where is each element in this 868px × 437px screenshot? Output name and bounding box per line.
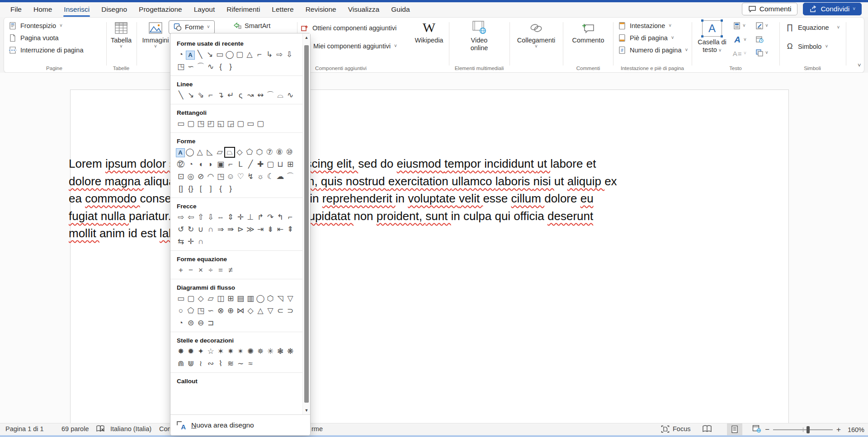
tab-visualizza[interactable]: Visualizza — [342, 2, 386, 17]
immagini-button[interactable]: Immagini ˅ — [140, 21, 171, 49]
shape-item[interactable]: ≀ — [196, 359, 206, 369]
shape-item[interactable]: ∽ — [206, 306, 216, 316]
zoom-out-button[interactable]: − — [765, 425, 769, 434]
shape-item[interactable]: ◱ — [216, 119, 226, 129]
shape-item[interactable]: ⇧ — [196, 212, 206, 222]
shape-item[interactable]: ⑫ — [176, 160, 186, 169]
focus-mode-icon[interactable] — [661, 425, 670, 434]
scroll-down-icon[interactable]: ▼ — [303, 408, 310, 413]
shape-item[interactable]: ╱ — [245, 160, 255, 169]
shape-item[interactable]: ⊐ — [206, 318, 216, 328]
shape-item[interactable]: ☺ — [226, 172, 236, 182]
shape-item[interactable]: ✛ — [236, 212, 245, 222]
forme-button[interactable]: Forme ˅ — [169, 20, 215, 34]
proofing-errors-icon[interactable] — [96, 425, 105, 434]
shape-item[interactable]: ✶ — [216, 347, 226, 357]
shape-item[interactable]: ∽ — [186, 62, 196, 72]
shape-item[interactable]: △ — [255, 306, 265, 316]
shape-item[interactable]: ▣ — [216, 160, 226, 169]
shape-item[interactable]: ] — [206, 184, 216, 194]
shape-item[interactable]: ⇩ — [284, 50, 294, 60]
shape-item[interactable]: ▤ — [236, 294, 245, 304]
shape-item[interactable]: ▢ — [186, 119, 196, 129]
read-mode-view-icon[interactable] — [702, 425, 712, 434]
shape-item[interactable]: { — [216, 184, 226, 194]
shape-item[interactable]: ⬠ — [245, 147, 255, 157]
shape-item[interactable]: ⇨ — [274, 50, 284, 60]
casella-di-testo-button[interactable]: A Casella ditesto ˅ — [694, 20, 730, 54]
tab-home[interactable]: Home — [28, 2, 58, 17]
shape-item[interactable]: ◫ — [216, 294, 226, 304]
shape-item[interactable]: ✹ — [186, 347, 196, 357]
shape-item[interactable]: ⌒ — [265, 90, 275, 100]
shape-item[interactable]: ⊂ — [275, 306, 285, 316]
shape-item[interactable]: ⌐ — [285, 212, 295, 222]
shape-item[interactable]: ✺ — [245, 347, 255, 357]
shape-item[interactable]: ▽ — [265, 306, 275, 316]
shape-item[interactable]: ✴ — [236, 347, 245, 357]
shape-item[interactable]: ⇔ — [216, 212, 226, 222]
shape-item[interactable]: ▥ — [245, 294, 255, 304]
oggetto-button[interactable]: ˅ — [755, 49, 768, 57]
shape-item[interactable]: A — [186, 51, 195, 60]
shape-item[interactable]: ▭ — [176, 119, 186, 129]
shape-item[interactable]: ❋ — [285, 347, 295, 357]
collapse-ribbon-chevron-icon[interactable]: ˅ — [858, 62, 861, 69]
shape-item[interactable]: ⬠ — [186, 306, 196, 316]
shape-item[interactable]: ∩ — [196, 237, 206, 247]
shape-item[interactable]: ⌇ — [216, 359, 226, 369]
shape-item[interactable]: ↴ — [216, 90, 226, 100]
shape-item[interactable]: ⌐ — [255, 50, 264, 60]
shape-item[interactable]: ▢ — [186, 294, 196, 304]
shape-item[interactable]: ◳ — [196, 119, 206, 129]
shape-item[interactable]: ◔ — [176, 50, 186, 60]
shape-item[interactable]: ◯ — [225, 50, 235, 60]
shape-item[interactable]: ς — [236, 90, 245, 100]
shape-item[interactable]: ⊖ — [196, 318, 206, 328]
shape-item[interactable]: ⌐ — [226, 160, 236, 169]
shape-item[interactable]: ⌒ — [285, 172, 295, 182]
shape-item[interactable]: ✦ — [196, 347, 206, 357]
shape-item[interactable]: ⇕ — [226, 212, 236, 222]
parti-rapide-button[interactable]: ˅ — [733, 22, 745, 30]
shape-item[interactable]: ⊥ — [245, 212, 255, 222]
shape-item[interactable]: ◹ — [275, 294, 285, 304]
shape-item[interactable]: { — [216, 62, 226, 72]
shape-item[interactable]: ⋓ — [186, 359, 196, 369]
shape-item[interactable]: △ — [245, 50, 255, 60]
tabella-button[interactable]: Tabella ˅ — [109, 21, 133, 49]
shape-item[interactable]: ◯ — [185, 147, 195, 157]
shape-item[interactable]: ◔ — [186, 160, 196, 169]
shape-item[interactable]: ◔ — [176, 318, 186, 328]
shape-item[interactable]: ↘ — [205, 50, 215, 60]
interruzione-pagina-button[interactable]: Interruzione di pagina — [9, 46, 83, 54]
wordart-button[interactable]: A ˅ — [733, 35, 746, 44]
shape-item[interactable]: ☾ — [265, 172, 275, 182]
shape-item[interactable]: [] — [176, 184, 186, 194]
shape-item[interactable]: } — [226, 62, 236, 72]
shape-item[interactable]: ⌓ — [275, 90, 285, 100]
shapes-menu-scrollbar[interactable]: ▲ ▼ — [302, 33, 310, 414]
tab-progettazione[interactable]: Progettazione — [133, 2, 188, 17]
shape-item[interactable]: ∿ — [206, 62, 216, 72]
tab-file[interactable]: File — [5, 2, 28, 17]
shape-item[interactable]: ☆ — [206, 347, 216, 357]
shape-item[interactable]: ▢ — [235, 50, 245, 60]
shape-item[interactable]: − — [186, 265, 196, 275]
chevron-down-icon[interactable]: ˅ — [853, 7, 855, 11]
shape-item[interactable]: ╲ — [195, 50, 205, 60]
shape-item[interactable]: ╲ — [176, 90, 186, 100]
shape-item[interactable]: ▢ — [236, 119, 245, 129]
shape-item[interactable]: ▱ — [206, 294, 216, 304]
tab-guida[interactable]: Guida — [385, 2, 415, 17]
shape-item[interactable]: ↱ — [255, 212, 265, 222]
shape-item[interactable]: ▢ — [255, 119, 265, 129]
shape-item[interactable]: ∪ — [196, 225, 206, 235]
scroll-up-icon[interactable]: ▲ — [303, 35, 310, 40]
comments-button[interactable]: Commenti — [742, 3, 798, 15]
shape-item[interactable]: ◇ — [196, 294, 206, 304]
shape-item[interactable]: ↝ — [245, 90, 255, 100]
zoom-slider-thumb[interactable] — [807, 426, 810, 433]
numero-di-pagina-button[interactable]: # Numero di pagina ˅ — [618, 46, 688, 54]
shape-item[interactable]: ▭ — [245, 119, 255, 129]
